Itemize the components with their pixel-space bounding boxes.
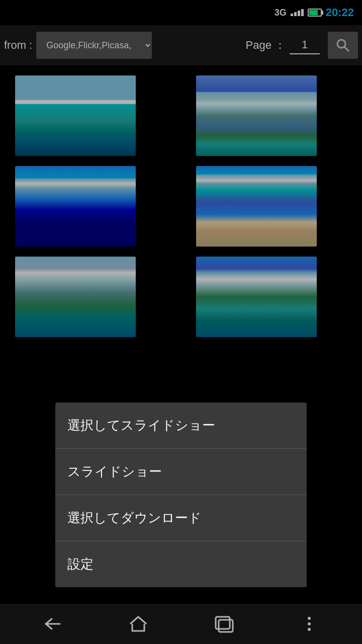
context-overlay: 選択してスライドショー スライドショー 選択してダウンロード 設定 [0, 0, 362, 644]
context-menu: 選択してスライドショー スライドショー 選択してダウンロード 設定 [55, 403, 307, 587]
menu-item-select-slideshow[interactable]: 選択してスライドショー [55, 403, 307, 449]
menu-item-select-download[interactable]: 選択してダウンロード [55, 495, 307, 541]
menu-item-settings[interactable]: 設定 [55, 541, 307, 587]
menu-item-slideshow[interactable]: スライドショー [55, 449, 307, 495]
